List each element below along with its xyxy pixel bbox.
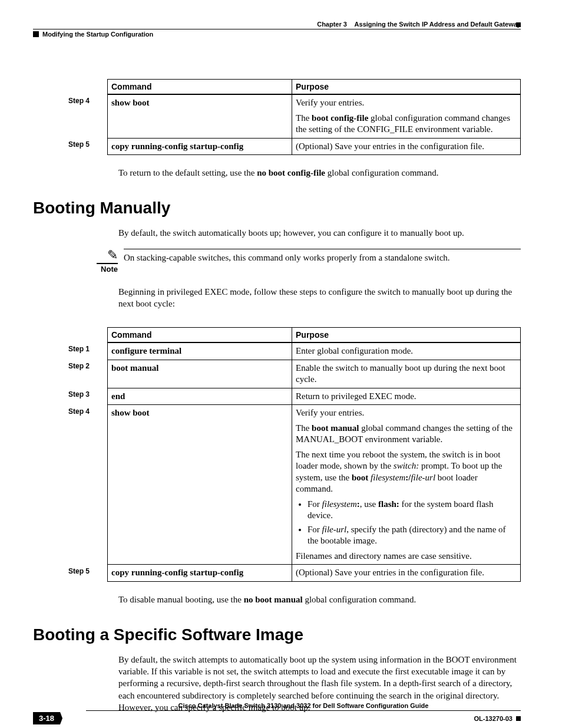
command-table-2: Command Purpose Step 1 configure termina… — [68, 327, 521, 582]
note-text: On stacking-capable switches, this comma… — [124, 249, 521, 274]
purpose-cell: (Optional) Save your entries in the conf… — [292, 565, 521, 582]
paragraph: To disable manual booting, use the no bo… — [118, 594, 521, 605]
chapter-title: Assigning the Switch IP Address and Defa… — [355, 21, 521, 28]
heading-booting-specific-image: Booting a Specific Software Image — [33, 625, 521, 644]
step-label: Step 2 — [68, 360, 108, 388]
book-title: Cisco Catalyst Blade Switch 3130 and 303… — [86, 702, 521, 711]
th-purpose: Purpose — [292, 328, 521, 343]
command-cell: show boot — [108, 405, 292, 565]
step-label: Step 4 — [68, 405, 108, 565]
purpose-cell: (Optional) Save your entries in the conf… — [292, 138, 521, 155]
heading-booting-manually: Booting Manually — [33, 199, 521, 218]
note-label: Note — [101, 265, 118, 274]
command-cell: end — [108, 388, 292, 405]
paragraph: To return to the default setting, use th… — [118, 167, 521, 179]
command-cell: copy running-config startup-config — [108, 565, 292, 582]
command-table-1: Command Purpose Step 4 show boot Verify … — [68, 79, 521, 155]
step-label: Step 1 — [68, 342, 108, 360]
th-command: Command — [108, 328, 292, 343]
list-item: For file-url, specify the path (director… — [308, 524, 517, 547]
th-purpose: Purpose — [292, 80, 521, 95]
header-marker-icon — [516, 22, 521, 27]
step-label: Step 5 — [68, 138, 108, 155]
paragraph: Beginning in privileged EXEC mode, follo… — [118, 286, 521, 310]
command-cell: boot manual — [108, 360, 292, 388]
step-label: Step 3 — [68, 388, 108, 405]
page-footer: Cisco Catalyst Blade Switch 3130 and 303… — [33, 702, 521, 724]
command-cell: configure terminal — [108, 342, 292, 360]
command-cell: show boot — [108, 94, 292, 138]
th-command: Command — [108, 80, 292, 95]
section-label: Modifying the Startup Configuration — [42, 31, 153, 38]
note-block: ✎ Note On stacking-capable switches, thi… — [85, 249, 521, 274]
paragraph: By default, the switch automatically boo… — [118, 227, 521, 239]
page-number: 3-18 — [33, 712, 62, 724]
command-cell: copy running-config startup-config — [108, 138, 292, 155]
purpose-cell: Verify your entries. The boot manual glo… — [292, 405, 521, 565]
step-label: Step 5 — [68, 565, 108, 582]
purpose-cell: Enter global configuration mode. — [292, 342, 521, 360]
section-marker-icon — [33, 31, 39, 37]
chapter-number: Chapter 3 — [317, 21, 347, 28]
step-label: Step 4 — [68, 94, 108, 138]
list-item: For filesystem:, use flash: for the syst… — [308, 499, 517, 522]
purpose-cell: Verify your entries. The boot config-fil… — [292, 94, 521, 138]
running-header-right: Chapter 3 Assigning the Switch IP Addres… — [317, 21, 521, 28]
doc-id: OL-13270-03 — [474, 715, 513, 722]
purpose-cell: Return to privileged EXEC mode. — [292, 388, 521, 405]
footer-marker-icon — [516, 716, 521, 721]
pencil-icon: ✎ — [97, 249, 118, 264]
purpose-cell: Enable the switch to manually boot up du… — [292, 360, 521, 388]
